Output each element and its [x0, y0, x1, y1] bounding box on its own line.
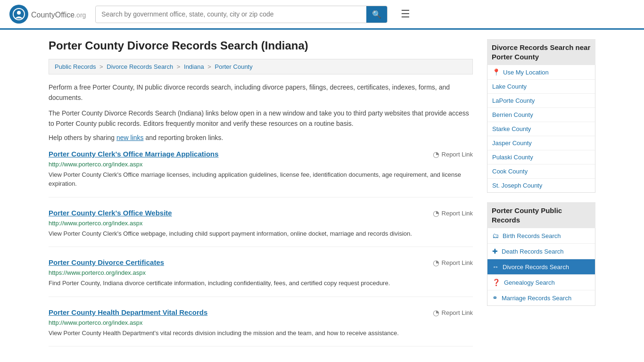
sidebar-county-link[interactable]: Pulaski County — [487, 150, 595, 164]
result-title-row: Porter County Divorce Certificates ◔ Rep… — [49, 258, 473, 267]
sidebar-county-link[interactable]: LaPorte County — [487, 94, 595, 107]
logo-link[interactable]: CountyOffice.org — [9, 5, 86, 24]
result-url: https://www.porterco.org/index.aspx — [49, 269, 473, 276]
logo-svg — [13, 8, 25, 20]
sidebar-county-link[interactable]: St. Joseph County — [487, 179, 595, 192]
birth-records-icon: 🗂 — [492, 232, 499, 239]
list-item: ⚭ Marriage Records Search — [487, 290, 595, 305]
report-link-button[interactable]: ◔ Report Link — [433, 150, 473, 159]
list-item: Starke County — [487, 122, 595, 136]
birth-records-link[interactable]: 🗂 Birth Records Search — [487, 228, 595, 243]
divorce-records-link-active[interactable]: ↔ Divorce Records Search — [487, 259, 595, 274]
nearby-list: 📍 Use My Location Lake County LaPorte Co… — [487, 65, 595, 193]
description-1: Perform a free Porter County, IN public … — [49, 82, 473, 103]
sidebar-county-link[interactable]: Berrien County — [487, 108, 595, 122]
result-desc: View Porter County Clerk's Office webpag… — [49, 229, 473, 239]
main-container: Porter County Divorce Records Search (In… — [39, 30, 605, 362]
result-desc: View Porter County Clerk's Office marria… — [49, 170, 473, 189]
breadcrumb-indiana[interactable]: Indiana — [184, 63, 204, 70]
list-item: Jasper County — [487, 136, 595, 150]
result-title-link[interactable]: Porter County Clerk's Office Website — [49, 209, 172, 217]
public-records-heading: Porter County Public Records — [487, 202, 595, 228]
result-url: http://www.porterco.org/index.aspx — [49, 161, 473, 168]
new-links-link[interactable]: new links — [116, 134, 144, 141]
list-item: LaPorte County — [487, 94, 595, 108]
sidebar-county-link[interactable]: Lake County — [487, 80, 595, 93]
search-bar: 🔍 — [95, 6, 388, 23]
list-item: Berrien County — [487, 108, 595, 122]
nearby-heading: Divorce Records Search near Porter Count… — [487, 39, 595, 65]
hamburger-menu-button[interactable]: ☰ — [401, 8, 410, 20]
report-icon: ◔ — [433, 308, 439, 317]
search-input[interactable] — [96, 7, 366, 22]
list-item: Cook County — [487, 165, 595, 179]
list-item: ✚ Death Records Search — [487, 244, 595, 259]
sidebar-county-link[interactable]: Starke County — [487, 122, 595, 136]
site-header: CountyOffice.org 🔍 ☰ — [0, 0, 644, 30]
report-icon: ◔ — [433, 150, 439, 159]
list-item: Lake County — [487, 80, 595, 94]
svg-point-1 — [17, 11, 21, 15]
marriage-records-link[interactable]: ⚭ Marriage Records Search — [487, 290, 595, 305]
sidebar: Divorce Records Search near Porter Count… — [487, 39, 595, 358]
location-pin-icon: 📍 — [492, 68, 500, 76]
result-url: http://www.porterco.org/index.aspx — [49, 319, 473, 326]
genealogy-link[interactable]: ❓ Genealogy Search — [487, 275, 595, 290]
report-link-button[interactable]: ◔ Report Link — [433, 209, 473, 218]
use-my-location-item: 📍 Use My Location — [487, 65, 595, 80]
list-item: St. Joseph County — [487, 179, 595, 192]
result-item: Porter County Health Department Vital Re… — [49, 308, 473, 347]
nearby-section: Divorce Records Search near Porter Count… — [487, 39, 595, 193]
report-icon: ◔ — [433, 209, 439, 218]
marriage-records-icon: ⚭ — [492, 294, 498, 302]
result-title-row: Porter County Health Department Vital Re… — [49, 308, 473, 317]
report-icon: ◔ — [433, 258, 439, 267]
content-area: Porter County Divorce Records Search (In… — [49, 39, 473, 358]
report-link-button[interactable]: ◔ Report Link — [433, 258, 473, 267]
divorce-records-icon: ↔ — [492, 263, 499, 271]
list-item: Pulaski County — [487, 150, 595, 165]
result-title-row: Porter County Clerk's Office Marriage Ap… — [49, 150, 473, 159]
result-url: http://www.porterco.org/index.aspx — [49, 220, 473, 227]
breadcrumb: Public Records > Divorce Records Search … — [49, 59, 473, 74]
use-my-location-link[interactable]: 📍 Use My Location — [487, 65, 595, 79]
sidebar-county-link[interactable]: Cook County — [487, 165, 595, 178]
result-item: Porter County Clerk's Office Marriage Ap… — [49, 150, 473, 197]
report-link-button[interactable]: ◔ Report Link — [433, 308, 473, 317]
share-text: Help others by sharing new links and rep… — [49, 134, 473, 141]
result-item: Porter County Clerk's Office Website ◔ R… — [49, 209, 473, 247]
public-records-section: Porter County Public Records 🗂 Birth Rec… — [487, 202, 595, 306]
death-records-icon: ✚ — [492, 247, 498, 255]
search-button[interactable]: 🔍 — [366, 6, 387, 23]
list-item: ❓ Genealogy Search — [487, 275, 595, 290]
breadcrumb-porter-county[interactable]: Porter County — [215, 63, 253, 70]
description-2: The Porter County Divorce Records Search… — [49, 108, 473, 129]
list-item: 🗂 Birth Records Search — [487, 228, 595, 244]
logo-text: CountyOffice.org — [31, 9, 86, 20]
result-desc: Find Porter County, Indiana divorce cert… — [49, 279, 473, 288]
result-item: Porter County Divorce Certificates ◔ Rep… — [49, 258, 473, 297]
sidebar-county-link[interactable]: Jasper County — [487, 136, 595, 150]
logo-icon — [9, 5, 28, 24]
result-title-link[interactable]: Porter County Health Department Vital Re… — [49, 308, 207, 316]
breadcrumb-divorce-records[interactable]: Divorce Records Search — [107, 63, 173, 70]
records-list: 🗂 Birth Records Search ✚ Death Records S… — [487, 228, 595, 306]
result-title-link[interactable]: Porter County Divorce Certificates — [49, 258, 164, 266]
breadcrumb-public-records[interactable]: Public Records — [55, 63, 96, 70]
list-item-active: ↔ Divorce Records Search — [487, 259, 595, 275]
genealogy-icon: ❓ — [492, 279, 500, 286]
result-title-row: Porter County Clerk's Office Website ◔ R… — [49, 209, 473, 218]
result-desc: View Porter County Health Department's v… — [49, 329, 473, 338]
death-records-link[interactable]: ✚ Death Records Search — [487, 244, 595, 259]
page-title: Porter County Divorce Records Search (In… — [49, 39, 473, 52]
result-title-link[interactable]: Porter County Clerk's Office Marriage Ap… — [49, 150, 219, 158]
